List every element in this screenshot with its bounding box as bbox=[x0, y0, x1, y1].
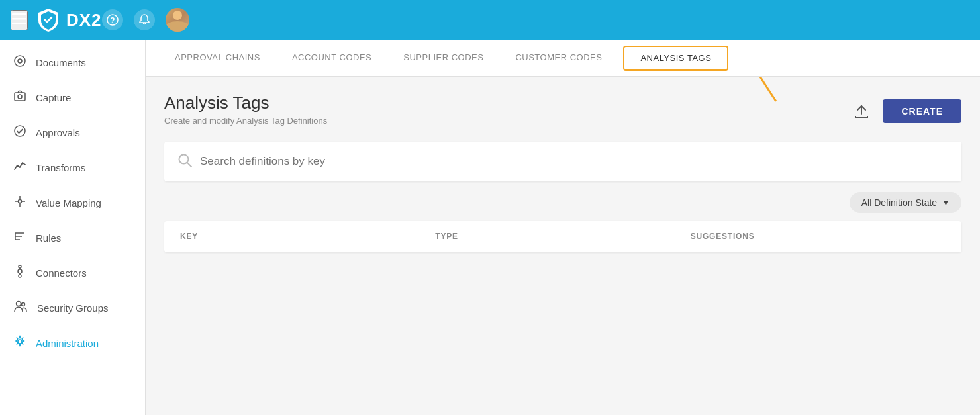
app-name: DX2 bbox=[66, 10, 102, 30]
search-bar bbox=[164, 142, 961, 181]
tab-account-codes[interactable]: ACCOUNT CODES bbox=[276, 40, 387, 76]
svg-text:?: ? bbox=[110, 16, 115, 25]
main-layout: Documents Capture Approvals bbox=[0, 40, 980, 415]
top-navigation: DX2 ? bbox=[0, 0, 980, 40]
sidebar-item-documents[interactable]: Documents bbox=[0, 45, 145, 80]
svg-point-18 bbox=[19, 265, 21, 268]
documents-icon bbox=[13, 54, 26, 71]
table-header: KEY TYPE SUGGESTIONS bbox=[164, 221, 961, 252]
svg-point-5 bbox=[15, 56, 25, 66]
svg-point-6 bbox=[18, 59, 22, 63]
page-header-actions: CREATE bbox=[848, 98, 961, 124]
svg-rect-0 bbox=[12, 13, 26, 15]
sidebar-label-rules: Rules bbox=[36, 232, 61, 244]
sidebar-label-approvals: Approvals bbox=[36, 127, 80, 138]
filter-row: All Definition State ▼ bbox=[164, 192, 961, 213]
svg-point-22 bbox=[17, 302, 21, 306]
column-key: KEY bbox=[180, 232, 435, 241]
sidebar-item-security-groups[interactable]: Security Groups bbox=[0, 291, 145, 326]
sidebar-item-capture[interactable]: Capture bbox=[0, 80, 145, 115]
sidebar-label-capture: Capture bbox=[36, 92, 71, 103]
page-subtitle: Create and modify Analysis Tag Definitio… bbox=[164, 116, 327, 126]
tab-analysis-tags[interactable]: ANALYSIS TAGS bbox=[623, 46, 728, 71]
sidebar-label-security-groups: Security Groups bbox=[37, 302, 109, 314]
sidebar-item-approvals[interactable]: Approvals bbox=[0, 115, 145, 150]
column-suggestions: SUGGESTIONS bbox=[691, 232, 946, 241]
sidebar-label-documents: Documents bbox=[36, 57, 86, 68]
transforms-icon bbox=[13, 160, 26, 176]
svg-point-24 bbox=[18, 340, 22, 344]
sidebar-item-administration[interactable]: Administration bbox=[0, 326, 145, 361]
sidebar-label-value-mapping: Value Mapping bbox=[36, 197, 101, 208]
svg-rect-1 bbox=[12, 18, 26, 20]
page-title-block: Analysis Tags Create and modify Analysis… bbox=[164, 93, 327, 126]
search-icon bbox=[177, 153, 192, 171]
tabs-bar: APPROVAL CHAINS ACCOUNT CODES SUPPLIER C… bbox=[146, 40, 980, 77]
svg-point-12 bbox=[19, 200, 22, 203]
capture-icon bbox=[13, 89, 26, 106]
tab-approval-chains[interactable]: APPROVAL CHAINS bbox=[159, 40, 276, 76]
tab-supplier-codes[interactable]: SUPPLIER CODES bbox=[387, 40, 499, 76]
sidebar-item-rules[interactable]: Rules bbox=[0, 220, 145, 255]
orange-arrow-annotation bbox=[723, 77, 829, 105]
approvals-icon bbox=[13, 124, 26, 141]
hamburger-menu-button[interactable] bbox=[11, 10, 28, 30]
sidebar-label-connectors: Connectors bbox=[36, 267, 87, 279]
administration-icon bbox=[13, 335, 26, 351]
upload-button[interactable] bbox=[848, 98, 875, 124]
security-groups-icon bbox=[13, 300, 28, 316]
avatar[interactable] bbox=[166, 8, 189, 32]
sidebar-item-transforms[interactable]: Transforms bbox=[0, 150, 145, 185]
column-type: TYPE bbox=[435, 232, 690, 241]
tab-customer-codes[interactable]: CUSTOMER CODES bbox=[499, 40, 618, 76]
sidebar-label-administration: Administration bbox=[36, 338, 99, 349]
definition-state-filter[interactable]: All Definition State ▼ bbox=[850, 192, 961, 213]
svg-line-27 bbox=[187, 163, 191, 167]
data-table: KEY TYPE SUGGESTIONS bbox=[164, 221, 961, 252]
create-button[interactable]: CREATE bbox=[883, 99, 961, 123]
top-nav-right: ? bbox=[102, 8, 189, 32]
connectors-icon bbox=[13, 265, 26, 281]
help-button[interactable]: ? bbox=[102, 9, 123, 30]
sidebar-item-value-mapping[interactable]: Value Mapping bbox=[0, 185, 145, 220]
value-mapping-icon bbox=[13, 195, 26, 211]
svg-point-9 bbox=[15, 126, 25, 136]
filter-label: All Definition State bbox=[861, 197, 937, 208]
search-input[interactable] bbox=[200, 155, 948, 168]
svg-point-8 bbox=[18, 95, 22, 99]
shield-icon bbox=[36, 7, 61, 32]
rules-icon bbox=[13, 230, 26, 246]
page-title: Analysis Tags bbox=[164, 93, 327, 113]
notifications-button[interactable] bbox=[134, 9, 155, 30]
logo-area: DX2 bbox=[36, 7, 102, 32]
page-content: Analysis Tags Create and modify Analysis… bbox=[146, 77, 980, 415]
sidebar-label-transforms: Transforms bbox=[36, 162, 85, 173]
svg-point-19 bbox=[19, 275, 21, 277]
content-area: APPROVAL CHAINS ACCOUNT CODES SUPPLIER C… bbox=[146, 40, 980, 415]
sidebar-item-connectors[interactable]: Connectors bbox=[0, 255, 145, 291]
svg-point-23 bbox=[22, 303, 25, 306]
sidebar: Documents Capture Approvals bbox=[0, 40, 146, 415]
svg-rect-2 bbox=[12, 23, 26, 24]
page-header: Analysis Tags Create and modify Analysis… bbox=[164, 93, 961, 126]
svg-rect-7 bbox=[15, 93, 25, 101]
filter-chevron-icon: ▼ bbox=[942, 199, 950, 207]
svg-point-17 bbox=[18, 269, 22, 273]
